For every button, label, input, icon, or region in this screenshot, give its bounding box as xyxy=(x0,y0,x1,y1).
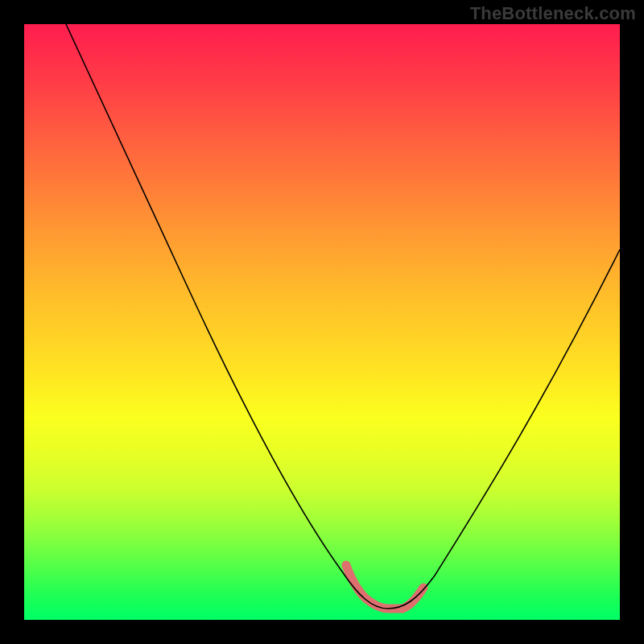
bottleneck-curve xyxy=(66,24,620,609)
curve-svg xyxy=(24,24,620,620)
chart-frame: TheBottleneck.com xyxy=(0,0,644,644)
watermark-text: TheBottleneck.com xyxy=(470,3,636,24)
plot-area xyxy=(24,24,620,620)
highlight-segment xyxy=(346,565,423,609)
